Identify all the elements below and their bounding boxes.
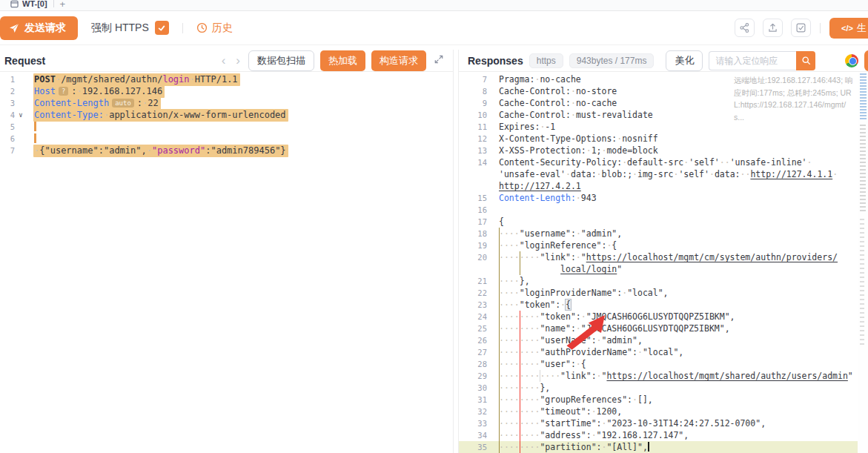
- line-number: 12: [459, 133, 487, 145]
- code-segment: "password": [152, 145, 205, 156]
- browser-chrome-icon[interactable]: [845, 54, 858, 67]
- code-text: ·{"username":"admin",·"password":"admin7…: [34, 145, 288, 156]
- response-line-22[interactable]: 22····"loginProviderName":·"local",: [459, 287, 868, 299]
- request-line-2[interactable]: 2Host?:·192.168.127.146: [0, 85, 453, 97]
- request-line-3[interactable]: 3Content-Lengthauto:·22: [0, 97, 453, 109]
- protocol-badge: https: [529, 53, 563, 68]
- line-number: 32: [459, 406, 487, 417]
- send-request-button[interactable]: 发送请求: [0, 16, 78, 40]
- line-number: 10: [459, 109, 487, 121]
- fold-gutter: [15, 145, 27, 156]
- response-line-16[interactable]: 16: [459, 204, 868, 216]
- line-number: 17: [459, 216, 487, 228]
- response-line-wrap[interactable]: 'unsafe-eval'·data:·blob:;·img-src·'self…: [459, 168, 868, 180]
- share-button[interactable]: [735, 19, 755, 37]
- response-line-13[interactable]: 13X-XSS-Protection:·1;·mode=block: [459, 145, 868, 156]
- response-editor[interactable]: 远端地址:192.168.127.146:443; 响应时间:177ms; 总耗…: [459, 72, 868, 453]
- code-segment: [499, 264, 560, 274]
- details-button[interactable]: 详情: [864, 50, 868, 71]
- force-https-checkbox[interactable]: [155, 21, 169, 35]
- code-segment: application/x-www-form-urlencoded: [109, 110, 285, 120]
- code-text: ····"loginProviderName":·"local",: [499, 287, 669, 299]
- edit-confirm-button[interactable]: [791, 19, 811, 37]
- beautify-button[interactable]: 美化: [666, 50, 703, 71]
- line-number: 21: [459, 275, 487, 287]
- tab-wt-0[interactable]: WT-[0]: [10, 0, 47, 8]
- request-line-1[interactable]: 1POST·/mgmt/shared/authn/login·HTTP/1.1: [0, 73, 453, 85]
- request-line-5[interactable]: 5: [0, 121, 453, 133]
- code-text: Cache-Control:·no-cache: [499, 97, 617, 109]
- construct-request-button[interactable]: 构造请求: [371, 50, 426, 71]
- request-editor[interactable]: 1POST·/mgmt/shared/authn/login·HTTP/1.12…: [0, 72, 453, 453]
- code-segment: blob:;: [602, 169, 633, 179]
- request-line-6[interactable]: 6: [0, 133, 453, 145]
- code-segment: "link":: [540, 252, 575, 262]
- history-back-button[interactable]: ‹: [219, 54, 228, 67]
- code-text: ············"link":·"https://localhost/m…: [499, 370, 853, 382]
- code-segment: ·: [576, 228, 581, 239]
- code-segment: Pragma:: [499, 74, 534, 85]
- export-button[interactable]: [763, 19, 783, 37]
- tab-bar: WT-[0] +: [0, 0, 868, 11]
- new-tab-button[interactable]: +: [60, 0, 66, 10]
- code-segment: ": [617, 264, 622, 274]
- code-segment: no-cache: [540, 74, 580, 85]
- response-line-18[interactable]: 18····"username":·"admin",: [459, 228, 868, 239]
- code-segment: ····: [499, 276, 520, 286]
- code-segment: ····: [499, 240, 520, 251]
- code-segment: Content-Length: [34, 98, 109, 108]
- code-segment: ····: [499, 288, 520, 298]
- code-text: ········"name":·"JMQCASH6OG6LUSYDTQQPZ5I…: [499, 323, 730, 334]
- line-number: 26: [459, 334, 487, 346]
- code-segment: Cache-Control:: [499, 86, 571, 96]
- code-segment: default-src: [627, 157, 683, 168]
- code-segment: nosniff: [622, 133, 657, 144]
- code-segment: local/login: [560, 264, 617, 274]
- code-segment: Cache-Control:: [499, 98, 571, 108]
- packet-scan-button[interactable]: 数据包扫描: [248, 50, 314, 71]
- code-text: ········"user":·{: [499, 358, 586, 370]
- code-segment: ·: [566, 169, 571, 179]
- search-button[interactable]: [796, 51, 815, 70]
- code-segment: ·: [592, 406, 597, 417]
- response-line-23[interactable]: 23····"token":·{: [459, 299, 868, 311]
- hot-reload-button[interactable]: 热加载: [320, 50, 365, 71]
- search-input[interactable]: [709, 51, 796, 70]
- code-text: Pragma:·no-cache: [499, 73, 581, 85]
- code-segment: "192.168.127.147",: [597, 430, 689, 440]
- history-button[interactable]: 历史: [196, 22, 233, 35]
- code-segment: X-XSS-Protection:: [499, 145, 586, 156]
- response-line-15[interactable]: 15Content-Length:·943: [459, 192, 868, 204]
- generate-code-button[interactable]: </> 生: [829, 18, 868, 39]
- response-stats-tooltip: 远端地址:192.168.127.146:443; 响应时间:177ms; 总耗…: [734, 74, 852, 123]
- code-segment: "local",: [627, 288, 668, 298]
- request-title: Request: [4, 55, 45, 67]
- history-forward-button[interactable]: ›: [233, 54, 242, 67]
- code-segment: {"username":"admin",: [39, 145, 147, 156]
- code-text: ········"link":·"https://localhost/mgmt/…: [499, 251, 838, 263]
- code-segment: ·: [77, 86, 82, 96]
- code-segment: 'unsafe-eval': [499, 169, 566, 179]
- request-line-7[interactable]: 7·{"username":"admin",·"password":"admin…: [0, 145, 453, 156]
- fullscreen-button[interactable]: [432, 54, 445, 67]
- paper-plane-icon: [9, 23, 19, 33]
- code-segment: img-src: [637, 169, 673, 179]
- code-text: ····"token":·{: [499, 299, 571, 311]
- response-line-17[interactable]: 17{: [459, 216, 868, 228]
- response-line-12[interactable]: 12X-Content-Type-Options:·nosniff: [459, 133, 868, 145]
- response-line-14[interactable]: 14Content-Security-Policy:·default-src·'…: [459, 156, 868, 168]
- response-line-wrap[interactable]: http://127.4.2.1: [459, 180, 868, 192]
- minimap[interactable]: [858, 72, 868, 453]
- main-area: Request ‹ › 数据包扫描 热加载 构造请求 1POST·/mgmt/s…: [0, 45, 868, 453]
- force-https-label: 强制 HTTPS: [91, 22, 149, 35]
- response-line-19[interactable]: 19····"loginReference":·{: [459, 239, 868, 251]
- code-brackets-icon: </>: [841, 24, 853, 33]
- code-segment: ····: [499, 300, 520, 310]
- fold-chevron-icon[interactable]: ∨: [15, 109, 27, 121]
- code-segment: ": [581, 252, 586, 262]
- line-number: 29: [459, 370, 487, 382]
- code-segment: ·: [571, 86, 576, 96]
- request-line-4[interactable]: 4∨Content-Type:·application/x-www-form-u…: [0, 109, 453, 121]
- response-line-21[interactable]: 21····},: [459, 275, 868, 287]
- code-segment: "partition":: [540, 442, 601, 452]
